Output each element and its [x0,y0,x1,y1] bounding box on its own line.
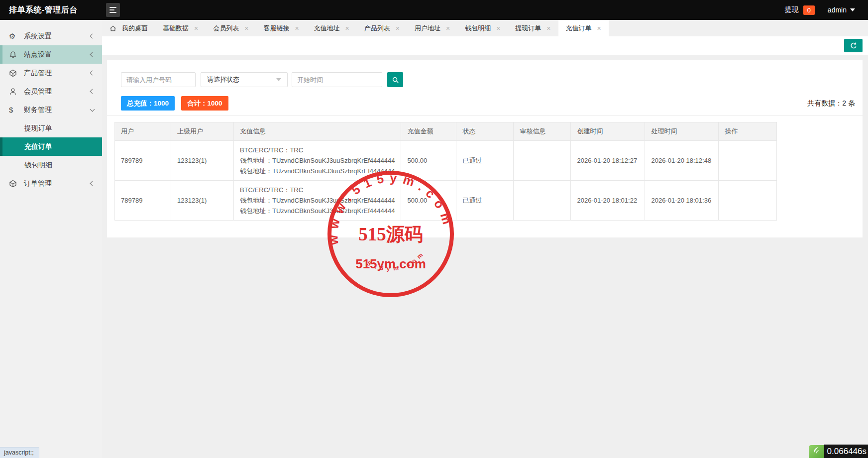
col-created-time: 创建时间 [571,122,645,141]
close-icon[interactable]: × [546,25,550,32]
chevron-left-icon [90,52,95,57]
close-icon[interactable]: × [396,25,400,32]
col-action: 操作 [719,122,777,141]
sidebar-item-label: 提现订单 [24,124,52,133]
gear-icon: ⚙ [9,32,17,40]
sidebar-toggle-button[interactable] [106,3,120,17]
search-button[interactable] [387,72,403,87]
tab-label: 客服链接 [263,24,289,33]
load-time: 0.066446s [824,445,868,458]
sidebar-item-order-management[interactable]: 订单管理 [0,174,102,193]
tab-basic-data[interactable]: 基础数据× [155,20,206,36]
sidebar-item-system-settings[interactable]: ⚙ 系统设置 [0,27,102,45]
user-icon [9,87,17,96]
tab-label: 钱包明细 [465,24,491,33]
status-select-value: 请选择状态 [207,75,239,84]
thinkphp-flame-icon[interactable] [809,445,824,458]
cell-created-time: 2026-01-20 18:12:27 [571,141,645,181]
sidebar-item-label: 会员管理 [24,87,52,96]
cell-parent-user: 123123(1) [171,141,234,181]
cell-recharge-info: BTC/ERC/TRC：TRC 钱包地址：TUzvndCBknSouKJ3uuS… [234,141,401,181]
sidebar-item-label: 订单管理 [24,179,52,188]
divider [107,115,863,115]
tab-wallet-details[interactable]: 钱包明细× [457,20,508,36]
sidebar: ⚙ 系统设置 站点设置 产品管理 会员管理 $ 财务管 [0,20,102,458]
tab-my-desktop[interactable]: 我的桌面 [102,20,155,36]
chevron-left-icon [90,89,95,94]
table-row: 789789 123123(1) BTC/ERC/TRC：TRC 钱包地址：TU… [115,141,777,181]
sidebar-item-recharge-orders[interactable]: 充值订单 [0,137,102,156]
cube-icon [9,179,17,188]
sidebar-item-product-management[interactable]: 产品管理 [0,64,102,82]
cell-user: 789789 [115,181,171,221]
table-row: 789789 123123(1) BTC/ERC/TRC：TRC 钱包地址：TU… [115,181,777,221]
tab-withdraw-orders[interactable]: 提现订单× [508,20,558,36]
sidebar-item-member-management[interactable]: 会员管理 [0,82,102,101]
search-icon [392,76,399,84]
close-icon[interactable]: × [194,25,198,32]
tab-label: 会员列表 [213,24,239,33]
user-number-input[interactable] [121,72,196,87]
tab-recharge-address[interactable]: 充值地址× [307,20,357,36]
total-recharge-badge: 总充值：1000 [121,96,175,111]
admin-menu[interactable]: admin [828,6,855,14]
col-recharge-info: 充值信息 [234,122,401,141]
filter-row: 请选择状态 [121,72,403,87]
tab-label: 我的桌面 [122,24,148,33]
chevron-left-icon [90,181,95,186]
sidebar-item-label: 财务管理 [24,106,52,114]
cell-status: 已通过 [456,181,514,221]
sidebar-item-withdraw-orders[interactable]: 提现订单 [0,119,102,137]
refresh-button[interactable] [844,39,863,52]
tab-bar: 我的桌面 基础数据× 会员列表× 客服链接× 充值地址× 产品列表× 用户地址×… [102,20,868,36]
cube-icon [9,69,17,77]
close-icon[interactable]: × [345,25,349,32]
sidebar-submenu-finance: 提现订单 充值订单 钱包明细 [0,119,102,174]
tab-label: 产品列表 [364,24,390,33]
chevron-left-icon [90,71,95,76]
sidebar-item-wallet-details[interactable]: 钱包明细 [0,156,102,174]
tab-member-list[interactable]: 会员列表× [206,20,256,36]
cell-user: 789789 [115,141,171,181]
sidebar-item-label: 钱包明细 [24,161,52,170]
sidebar-item-label: 产品管理 [24,69,52,78]
tab-recharge-orders[interactable]: 充值订单× [558,20,609,36]
top-bar: 排单系统-管理后台 提现 0 admin [0,0,868,20]
tab-service-link[interactable]: 客服链接× [256,20,306,36]
cell-processed-time: 2026-01-20 18:12:48 [645,141,719,181]
chevron-down-icon [276,78,281,84]
start-time-input[interactable] [292,72,382,87]
main-area: 我的桌面 基础数据× 会员列表× 客服链接× 充值地址× 产品列表× 用户地址×… [102,20,868,458]
status-select[interactable]: 请选择状态 [201,72,288,87]
chevron-left-icon [90,34,95,39]
tab-label: 充值订单 [566,24,592,33]
content-card: 请选择状态 总充值：1000 合计：1000 共有数据：2 条 [107,60,863,237]
col-user: 用户 [115,122,171,141]
sidebar-item-finance-management[interactable]: $ 财务管理 [0,101,102,119]
dollar-icon: $ [9,106,17,114]
menu-icon [109,7,116,8]
home-icon [109,25,116,32]
tab-label: 基础数据 [163,24,189,33]
tab-user-address[interactable]: 用户地址× [407,20,457,36]
close-icon[interactable]: × [597,25,601,32]
sidebar-item-site-settings[interactable]: 站点设置 [0,45,102,64]
cell-action [719,141,777,181]
table-header-row: 用户 上级用户 充值信息 充值金额 状态 审核信息 创建时间 处理时间 操作 [115,122,777,141]
close-icon[interactable]: × [295,25,299,32]
col-processed-time: 处理时间 [645,122,719,141]
col-status: 状态 [456,122,514,141]
close-icon[interactable]: × [496,25,500,32]
sidebar-item-label: 系统设置 [24,32,52,41]
withdraw-notice[interactable]: 提现 0 [785,5,815,15]
admin-username: admin [828,6,847,14]
withdraw-label: 提现 [785,5,799,14]
close-icon[interactable]: × [244,25,248,32]
tab-product-list[interactable]: 产品列表× [357,20,407,36]
close-icon[interactable]: × [446,25,450,32]
cell-parent-user: 123123(1) [171,181,234,221]
col-parent-user: 上级用户 [171,122,234,141]
bell-icon [9,50,17,59]
cell-processed-time: 2026-01-20 18:01:36 [645,181,719,221]
cell-created-time: 2026-01-20 18:01:22 [571,181,645,221]
